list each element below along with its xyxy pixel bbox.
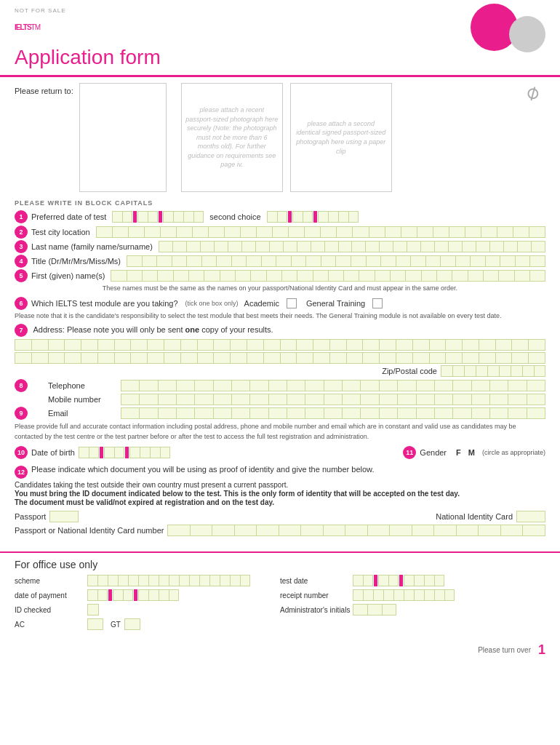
return-to-area: Please return to: bbox=[15, 83, 167, 192]
test-date-label: test date bbox=[280, 577, 353, 585]
email-label: Email bbox=[48, 409, 121, 418]
last-name-input[interactable] bbox=[159, 241, 545, 252]
field-number-6: 6 bbox=[15, 297, 28, 310]
circle-as-appropriate: (circle as appropriate) bbox=[482, 449, 545, 456]
mm2[interactable] bbox=[148, 211, 158, 223]
scheme-input[interactable] bbox=[87, 575, 250, 586]
general-training-tickbox[interactable] bbox=[372, 298, 383, 308]
test-city-input[interactable] bbox=[96, 226, 545, 238]
office-col-right: test date bbox=[280, 575, 545, 633]
second-choice-date-input[interactable] bbox=[267, 211, 359, 223]
preferred-date-row: 1 Preferred date of test bbox=[15, 210, 545, 223]
mm1[interactable] bbox=[137, 211, 148, 223]
gt-label: GT bbox=[111, 621, 121, 629]
dd1[interactable] bbox=[112, 211, 122, 223]
preferred-date-input[interactable] bbox=[112, 211, 204, 223]
passport-tickbox[interactable] bbox=[49, 511, 79, 522]
receipt-input[interactable] bbox=[353, 589, 455, 601]
block-caps-instruction: PLEASE WRITE IN BLOCK CAPITALS bbox=[15, 199, 545, 207]
address-box bbox=[79, 83, 167, 192]
gender-label: Gender bbox=[420, 448, 447, 457]
yy4[interactable] bbox=[193, 211, 204, 223]
header: NOT FOR SALE IELTSTM Application form bbox=[0, 0, 560, 77]
scheme-label: scheme bbox=[15, 577, 87, 585]
academic-tickbox[interactable] bbox=[287, 298, 297, 308]
page-footer: Please turn over 1 bbox=[0, 639, 560, 661]
address-label: 7 Address: Please note you will only be … bbox=[15, 324, 545, 337]
module-row: 6 Which IELTS test module are you taking… bbox=[15, 297, 545, 310]
module-question-label: Which IELTS test module are you taking? bbox=[31, 299, 178, 308]
test-date-row: test date bbox=[280, 575, 545, 586]
title-input[interactable] bbox=[127, 255, 545, 267]
academic-label: Academic bbox=[244, 299, 279, 308]
ielts-logo: IELTSTM bbox=[15, 15, 545, 46]
passport-number-input[interactable] bbox=[167, 525, 545, 536]
ac-box[interactable] bbox=[87, 618, 103, 630]
contact-note: Please provide full and accurate contact… bbox=[15, 422, 545, 442]
page-number: 1 bbox=[538, 642, 545, 658]
gt-box[interactable] bbox=[124, 618, 140, 630]
ac-gt-row: AC GT bbox=[15, 618, 280, 630]
address-line-1[interactable] bbox=[15, 339, 545, 351]
id-title: Please indicate which document you will … bbox=[31, 465, 374, 474]
date-sep2 bbox=[159, 211, 162, 223]
module-para: Please note that it is the candidate's r… bbox=[15, 311, 545, 321]
preferred-date-label: Preferred date of test bbox=[31, 212, 106, 221]
gender-section: 11 Gender F M (circle as appropriate) bbox=[403, 446, 545, 459]
id-note1: Candidates taking the test outside their… bbox=[15, 481, 545, 489]
photo-placeholder-1: please attach a recent passport-sized ph… bbox=[181, 83, 283, 192]
email-row: 9 Email bbox=[15, 407, 545, 420]
yy2[interactable] bbox=[173, 211, 183, 223]
return-to-label: Please return to: bbox=[15, 87, 73, 95]
test-date-input[interactable] bbox=[353, 575, 444, 586]
please-turn-over-label: Please turn over bbox=[478, 646, 531, 654]
decorative-circles bbox=[471, 4, 545, 52]
id-section: 12 Please indicate which document you wi… bbox=[15, 465, 545, 536]
field-number-10: 10 bbox=[15, 446, 28, 459]
test-city-row: 2 Test city location bbox=[15, 226, 545, 239]
admin-label: Administrator's initials bbox=[280, 606, 353, 614]
passport-number-row: Passport or National Identity Card numbe… bbox=[15, 525, 545, 536]
address-line-2[interactable] bbox=[15, 352, 545, 364]
field-number-7-inline: 7 bbox=[15, 324, 28, 337]
receipt-row: receipt number bbox=[280, 589, 545, 601]
gender-f: F bbox=[456, 448, 461, 457]
photo-section: Please return to: please attach a recent… bbox=[15, 83, 545, 192]
not-for-sale-label: NOT FOR SALE bbox=[15, 7, 545, 14]
first-name-input[interactable] bbox=[111, 270, 545, 282]
admin-row: Administrator's initials bbox=[280, 604, 545, 615]
receipt-label: receipt number bbox=[280, 591, 353, 599]
office-grid: scheme date of payment bbox=[15, 575, 545, 633]
yy3[interactable] bbox=[183, 211, 193, 223]
date-sep1 bbox=[133, 211, 137, 223]
id-note3: The document must be valid/not expired a… bbox=[15, 498, 545, 506]
mobile-input[interactable] bbox=[121, 394, 545, 405]
payment-label: date of payment bbox=[15, 591, 87, 599]
nic-label: National Identity Card bbox=[436, 512, 513, 521]
field-number-4: 4 bbox=[15, 255, 28, 268]
dob-input[interactable] bbox=[79, 447, 170, 458]
id-fields-row: Passport National Identity Card bbox=[15, 511, 545, 522]
form-title: Application form bbox=[15, 46, 545, 69]
nic-group: National Identity Card bbox=[436, 511, 545, 522]
zip-input[interactable] bbox=[441, 365, 545, 377]
telephone-label: Telephone bbox=[48, 381, 121, 390]
nic-tickbox[interactable] bbox=[516, 511, 545, 522]
telephone-input[interactable] bbox=[121, 380, 545, 391]
zip-label: Zip/Postal code bbox=[382, 367, 437, 375]
address-section: 7 Address: Please note you will only be … bbox=[15, 324, 545, 377]
dob-gender-row: 10 Date of birth bbox=[15, 446, 545, 459]
payment-row: date of payment bbox=[15, 589, 280, 601]
field-number-8: 8 bbox=[15, 379, 28, 392]
field-number-2: 2 bbox=[15, 226, 28, 239]
id-checked-row: ID checked bbox=[15, 604, 280, 615]
id-checked-box[interactable] bbox=[87, 604, 99, 615]
yy1[interactable] bbox=[163, 211, 173, 223]
payment-date-input[interactable] bbox=[87, 589, 179, 601]
id-note2: You must bring the ID document indicated… bbox=[15, 490, 545, 498]
main-content: Please return to: please attach a recent… bbox=[0, 77, 560, 548]
email-input[interactable] bbox=[121, 407, 545, 419]
dd2[interactable] bbox=[122, 211, 132, 223]
id-checked-label: ID checked bbox=[15, 606, 87, 614]
admin-input[interactable] bbox=[353, 604, 396, 615]
